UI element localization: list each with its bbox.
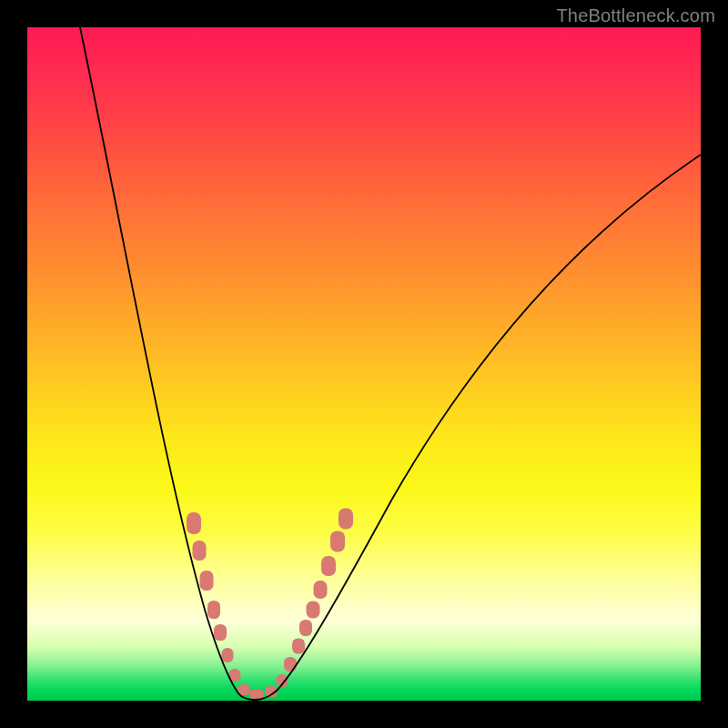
data-marker (284, 657, 297, 672)
marker-group (187, 509, 353, 700)
data-marker (339, 509, 353, 530)
data-marker (193, 541, 207, 561)
data-marker (321, 556, 336, 576)
left-curve (80, 27, 255, 700)
data-marker (249, 690, 264, 700)
watermark-text: TheBottleneck.com (556, 5, 715, 26)
data-marker (200, 571, 214, 591)
data-marker (299, 620, 312, 636)
data-marker (314, 581, 328, 599)
data-marker (292, 639, 305, 654)
data-marker (214, 624, 227, 641)
right-curve (255, 155, 701, 700)
data-marker (207, 601, 220, 619)
data-marker (307, 602, 320, 619)
data-marker (222, 648, 234, 662)
curve-svg (27, 27, 701, 701)
chart-frame: TheBottleneck.com (0, 0, 728, 728)
data-marker (330, 531, 345, 552)
data-marker (187, 512, 201, 534)
plot-area (27, 27, 701, 701)
